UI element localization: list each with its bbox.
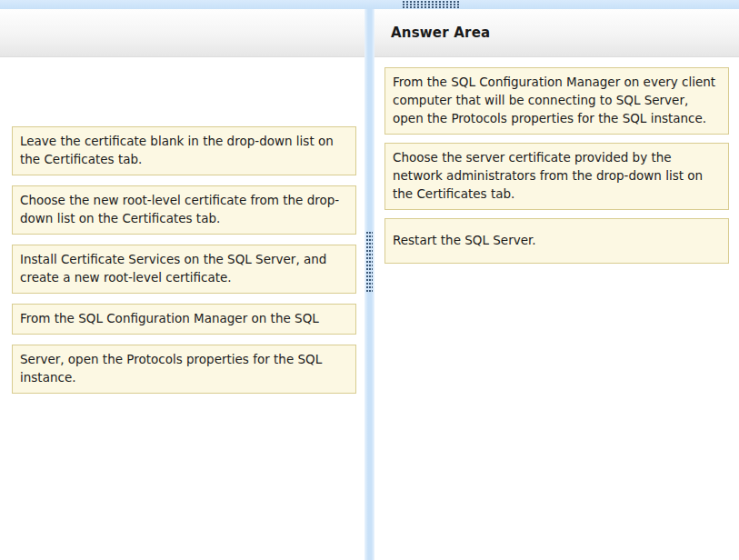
answer-card[interactable]: From the SQL Configuration Manager on ev… [384,67,729,135]
vertical-drag-handle-icon[interactable] [366,232,373,292]
options-panel-header [0,9,365,57]
options-panel: Leave the certificate blank in the drop-… [0,9,365,560]
option-card[interactable]: From the SQL Configuration Manager on th… [12,304,356,335]
option-card[interactable]: Install Certificate Services on the SQL … [12,245,356,294]
answer-area-panel: Answer Area From the SQL Configuration M… [374,9,739,560]
answer-card[interactable]: Restart the SQL Server. [384,218,729,264]
vertical-splitter-bar[interactable] [365,9,374,560]
exam-drag-drop-question: Leave the certificate blank in the drop-… [0,0,739,560]
panels-container: Leave the certificate blank in the drop-… [0,9,739,560]
option-card[interactable]: Server, open the Protocols properties fo… [12,345,356,394]
answer-card[interactable]: Choose the server certificate provided b… [384,143,729,210]
horizontal-drag-handle-icon[interactable] [403,1,460,8]
option-card[interactable]: Choose the new root-level certificate fr… [12,185,356,235]
answer-area-title: Answer Area [374,25,490,41]
option-card[interactable]: Leave the certificate blank in the drop-… [12,126,356,175]
top-splitter-bar[interactable] [0,0,739,9]
answers-list: From the SQL Configuration Manager on ev… [384,67,739,264]
options-list: Leave the certificate blank in the drop-… [12,126,365,394]
answer-area-header: Answer Area [374,9,739,57]
